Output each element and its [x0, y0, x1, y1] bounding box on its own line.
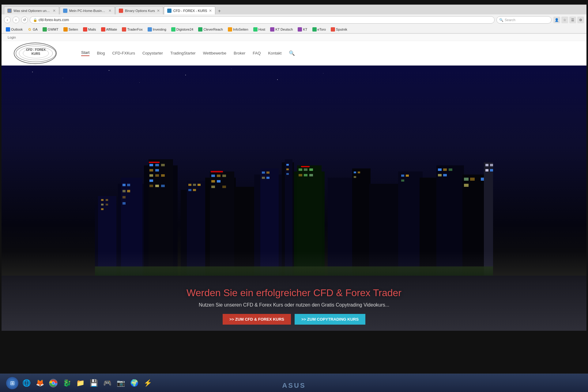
bookmark-outlook-label: Outlook [11, 28, 23, 31]
tab-2[interactable]: Mein PC-Home-Business ✕ [60, 6, 115, 14]
nav-broker[interactable]: Broker [234, 51, 245, 55]
star-icon[interactable]: ☆ [561, 17, 568, 23]
svg-rect-68 [262, 177, 265, 179]
browser-actions: 👤 ☆ ☰ ⚙ [553, 17, 584, 23]
nav-copystarter[interactable]: Copystarter [142, 51, 163, 55]
tab-3-close[interactable]: ✕ [157, 9, 160, 13]
taskbar-firefox[interactable]: 🦊 [34, 378, 45, 389]
svg-rect-10 [106, 199, 108, 201]
bookmark-kt[interactable]: KT [296, 27, 309, 32]
forward-button[interactable]: › [13, 17, 19, 23]
svg-rect-74 [304, 168, 307, 171]
taskbar-ie[interactable]: 🌐 [21, 378, 32, 389]
taskbar-app7[interactable]: ⚡ [142, 378, 153, 389]
svg-rect-96 [485, 164, 488, 166]
tab-4-title: CFD - FOREX - KURS [173, 9, 207, 13]
user-icon[interactable]: 👤 [553, 17, 560, 23]
bookmark-sputnik[interactable]: Sputnik [329, 27, 349, 32]
settings-icon[interactable]: ⚙ [577, 17, 584, 23]
tab-2-favicon [63, 9, 67, 13]
svg-rect-47 [222, 175, 226, 177]
bookmark-investing[interactable]: Investing [146, 27, 168, 32]
nav-search-icon[interactable]: 🔍 [289, 50, 295, 56]
bookmark-traderfox[interactable]: TraderFox [120, 27, 144, 32]
bookmark-digistore[interactable]: Digistore24 [169, 27, 195, 32]
cfd-forex-button[interactable]: >> ZUM CFD & FOREX KURS [223, 314, 291, 325]
taskbar-app3[interactable]: 💾 [88, 378, 99, 389]
svg-rect-79 [301, 166, 310, 167]
svg-rect-66 [262, 172, 265, 174]
svg-rect-88 [449, 168, 452, 171]
nav-blog[interactable]: Blog [97, 51, 105, 55]
svg-rect-77 [304, 174, 307, 176]
tab-4-close[interactable]: ✕ [209, 9, 212, 13]
bookmark-host[interactable]: Host [251, 27, 267, 32]
nav-faq[interactable]: FAQ [253, 51, 261, 55]
svg-rect-14 [123, 184, 126, 186]
bookmark-mails[interactable]: Mails [81, 27, 98, 32]
svg-rect-91 [464, 178, 469, 181]
svg-text:KURS: KURS [32, 52, 40, 55]
taskbar-app5[interactable]: 📷 [115, 378, 126, 389]
bookmark-ga[interactable]: G GA [26, 27, 40, 32]
bookmark-outlook[interactable]: Outlook [4, 27, 24, 32]
svg-rect-16 [123, 190, 126, 192]
etoro-icon [312, 27, 317, 32]
copytrading-button[interactable]: >> ZUM COPYTRADING KURS [295, 314, 365, 325]
bookmark-kt-deutsch[interactable]: KT Deutsch [268, 27, 295, 32]
svg-rect-94 [464, 184, 469, 187]
svg-rect-19 [123, 202, 126, 205]
login-link[interactable]: Login [8, 36, 16, 39]
bookmark-digistore-label: Digistore24 [176, 28, 194, 31]
taskbar-app1[interactable]: 🐉 [61, 378, 72, 389]
taskbar-chrome[interactable] [48, 378, 59, 389]
hero-title: Werden Sie ein erfolgreicher CFD & Forex… [187, 287, 401, 299]
taskbar-app4[interactable]: 🎮 [102, 378, 113, 389]
bookmark-gwmt[interactable]: GWMT [41, 27, 60, 32]
nav-cfd-fxkurs[interactable]: CFD-FXKurs [112, 51, 135, 55]
svg-rect-32 [155, 185, 159, 187]
back-button[interactable]: ‹ [4, 17, 11, 23]
bookmark-cleverreach[interactable]: CleverReach [196, 27, 225, 32]
bookmark-seiten[interactable]: Seiten [62, 27, 80, 32]
taskbar-app2[interactable]: 📁 [75, 378, 86, 389]
svg-rect-26 [155, 169, 159, 172]
new-tab-button[interactable]: + [216, 8, 223, 14]
bookmark-affiliate[interactable]: Affiliate [99, 27, 119, 32]
svg-rect-92 [470, 178, 475, 181]
hero-overlay: Werden Sie ein erfolgreicher CFD & Forex… [2, 251, 586, 331]
nav-kontakt[interactable]: Kontakt [268, 51, 281, 55]
svg-rect-33 [161, 185, 165, 187]
browser-chrome: G Was sind Optionen und Bo... ✕ Mein PC-… [2, 5, 586, 34]
sputnik-icon [331, 27, 335, 32]
reload-button[interactable]: ↺ [21, 17, 28, 23]
nav-wettbewerbe[interactable]: Wettbewerbe [203, 51, 226, 55]
search-bar[interactable]: 🔍 Search [496, 16, 552, 24]
tab-1[interactable]: G Was sind Optionen und Bo... ✕ [4, 6, 59, 14]
tab-4[interactable]: CFD - FOREX - KURS ✕ [164, 6, 216, 14]
svg-rect-48 [211, 180, 215, 183]
bookmark-etoro[interactable]: eToro [311, 27, 328, 32]
login-bar: Login [2, 34, 586, 41]
bookmark-infoseiten[interactable]: InfoSeiten [226, 27, 250, 32]
svg-rect-86 [438, 168, 442, 171]
start-button[interactable]: ⊞ [6, 377, 18, 389]
svg-rect-23 [155, 164, 159, 166]
taskbar-app6[interactable]: 🌍 [129, 378, 140, 389]
nav-start[interactable]: Start [81, 50, 89, 56]
bookmark-traderfox-label: TraderFox [127, 28, 142, 31]
tab-1-close[interactable]: ✕ [53, 9, 56, 13]
address-bar[interactable]: 🔒 cfd-forex-kurs.com [30, 16, 495, 24]
tab-3[interactable]: Binary Options Kurs ✕ [115, 6, 163, 14]
menu-icon[interactable]: ☰ [569, 17, 576, 23]
site-nav: Start Blog CFD-FXKurs Copystarter Tradin… [81, 50, 295, 56]
svg-rect-42 [198, 184, 201, 186]
svg-rect-89 [438, 174, 442, 176]
outlook-icon [6, 27, 10, 32]
tab-2-close[interactable]: ✕ [108, 9, 111, 13]
bookmark-cleverreach-label: CleverReach [203, 28, 223, 31]
svg-point-104 [52, 382, 55, 384]
host-icon [253, 27, 258, 32]
svg-rect-34 [149, 162, 160, 163]
nav-tradingstarter[interactable]: TradingStarter [170, 51, 196, 55]
